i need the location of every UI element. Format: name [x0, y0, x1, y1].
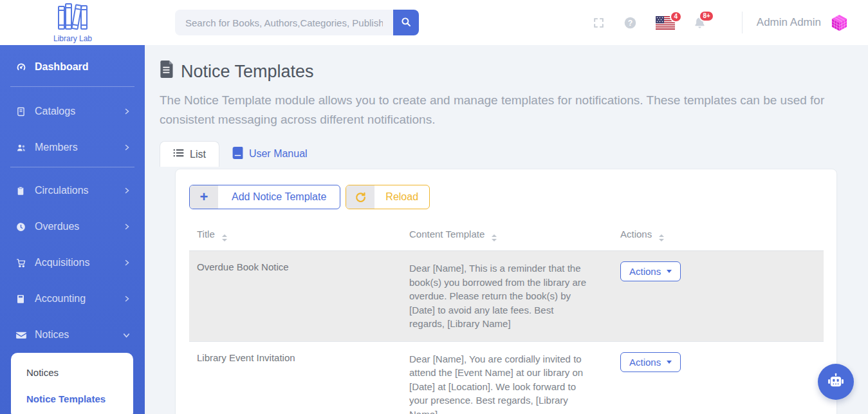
add-button-label: Add Notice Template — [218, 185, 340, 209]
tab-label: List — [190, 149, 206, 160]
bell-badge: 8+ — [699, 10, 714, 22]
row-actions-cell: Actions — [613, 341, 824, 414]
sidebar-item-acquisitions[interactable]: Acquisitions — [0, 247, 145, 278]
logo-text: Library Lab — [50, 34, 95, 43]
clock-icon — [15, 221, 27, 232]
tab-user-manual[interactable]: User Manual — [219, 141, 320, 167]
document-icon — [160, 61, 174, 82]
chevron-right-icon — [123, 108, 131, 115]
table-row: Library Event Invitation Dear [Name], Yo… — [189, 341, 824, 414]
manual-book-icon — [232, 147, 243, 162]
sidebar-label: Accounting — [35, 293, 123, 305]
sidebar-divider — [10, 167, 134, 167]
table-row: Overdue Book Notice Dear [Name], This is… — [189, 251, 824, 342]
topbar-divider — [742, 12, 743, 33]
row-actions-button[interactable]: Actions — [620, 352, 681, 372]
flag-badge: 4 — [670, 11, 682, 23]
plus-icon: + — [190, 185, 218, 209]
chevron-right-icon — [123, 295, 131, 303]
main-content: Notice Templates The Notice Template mod… — [145, 45, 868, 414]
chevron-right-icon — [123, 187, 131, 194]
list-icon — [173, 148, 184, 160]
reload-button-label: Reload — [374, 185, 429, 209]
sidebar-item-accounting[interactable]: Accounting — [0, 283, 145, 314]
fullscreen-icon[interactable] — [593, 17, 605, 29]
avatar[interactable] — [830, 14, 849, 32]
column-header-title[interactable]: Title — [189, 223, 402, 251]
global-search — [175, 10, 419, 35]
search-icon — [400, 16, 412, 30]
sidebar-label: Notices — [35, 329, 122, 341]
topbar-right-cluster: ? 4 8+ — [593, 0, 849, 45]
robot-icon — [827, 372, 845, 392]
sidebar-label: Members — [35, 142, 123, 153]
sidebar-item-catalogs[interactable]: Catalogs — [0, 96, 145, 127]
sort-icon — [659, 234, 664, 241]
top-header: Library Lab ? — [0, 0, 868, 45]
reload-icon — [346, 185, 374, 209]
sidebar-item-dashboard[interactable]: Dashboard — [0, 52, 145, 82]
sidebar-item-overdues[interactable]: Overdues — [0, 211, 145, 242]
sidebar-divider — [10, 86, 134, 87]
tab-bar: List User Manual — [160, 141, 868, 167]
book-icon — [15, 106, 27, 117]
sidebar-label: Dashboard — [35, 61, 131, 73]
page-title-row: Notice Templates — [160, 61, 868, 82]
row-actions-cell: Actions — [613, 251, 824, 342]
notices-submenu: Notices Notice Templates — [11, 353, 133, 414]
page-title: Notice Templates — [181, 62, 314, 82]
language-flag-icon[interactable]: 4 — [656, 16, 675, 30]
caret-down-icon — [667, 270, 672, 273]
notice-templates-table: Title Content Template Actions Overdue B — [189, 223, 824, 414]
add-notice-template-button[interactable]: + Add Notice Template — [189, 185, 340, 209]
toolbar: + Add Notice Template Reload — [189, 185, 823, 209]
user-name[interactable]: Admin Admin — [757, 16, 821, 29]
gauge-icon — [15, 61, 27, 73]
library-books-icon — [57, 22, 88, 33]
sort-icon — [492, 234, 497, 241]
row-title: Overdue Book Notice — [189, 251, 402, 342]
chatbot-button[interactable] — [818, 364, 854, 400]
users-icon — [15, 142, 27, 153]
sidebar-item-circulations[interactable]: Circulations — [0, 175, 145, 206]
envelope-icon — [15, 329, 27, 341]
submenu-item-notices[interactable]: Notices — [11, 359, 133, 386]
help-icon[interactable]: ? — [623, 16, 637, 30]
caret-down-icon — [667, 361, 672, 364]
row-title: Library Event Invitation — [189, 341, 402, 414]
chevron-right-icon — [123, 259, 131, 267]
sidebar: Dashboard Catalogs Members — [0, 45, 145, 414]
sidebar-label: Catalogs — [35, 106, 123, 117]
row-content-template: Dear [Name], You are cordially invited t… — [402, 341, 613, 414]
sidebar-label: Circulations — [35, 185, 123, 196]
chevron-right-icon — [123, 144, 131, 151]
calculator-icon — [15, 293, 27, 305]
search-input[interactable] — [175, 10, 393, 35]
sidebar-label: Overdues — [35, 221, 123, 232]
row-content-template: Dear [Name], This is a reminder that the… — [402, 251, 613, 342]
sort-icon — [222, 234, 227, 241]
sidebar-item-members[interactable]: Members — [0, 132, 145, 163]
chevron-down-icon — [122, 331, 131, 339]
svg-text:?: ? — [628, 18, 633, 27]
list-panel: + Add Notice Template Reload Title — [175, 169, 837, 414]
bell-icon[interactable]: 8+ — [692, 15, 707, 30]
column-header-content-template[interactable]: Content Template — [402, 223, 613, 251]
sidebar-item-notices[interactable]: Notices — [0, 319, 145, 350]
submenu-item-notice-templates[interactable]: Notice Templates — [11, 386, 133, 412]
tab-list[interactable]: List — [160, 141, 219, 167]
page-description: The Notice Template module allows you to… — [160, 91, 854, 129]
clipboard-icon — [15, 185, 27, 196]
column-header-actions[interactable]: Actions — [613, 223, 824, 251]
cart-icon — [15, 257, 27, 268]
reload-button[interactable]: Reload — [346, 185, 430, 209]
chevron-right-icon — [123, 223, 131, 231]
sidebar-label: Acquisitions — [35, 257, 123, 268]
tab-label: User Manual — [249, 148, 308, 160]
search-button[interactable] — [393, 10, 419, 35]
app-logo[interactable]: Library Lab — [50, 2, 95, 43]
row-actions-button[interactable]: Actions — [620, 261, 681, 281]
